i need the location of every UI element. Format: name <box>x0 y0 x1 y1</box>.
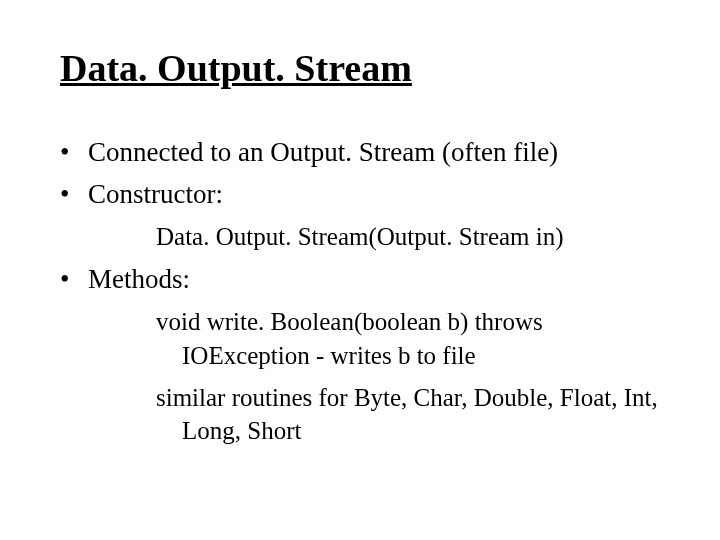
sub-item: similar routines for Byte, Char, Double,… <box>122 381 660 449</box>
bullet-item: Methods: void write. Boolean(boolean b) … <box>88 261 660 448</box>
bullet-list: Connected to an Output. Stream (often fi… <box>60 134 660 448</box>
bullet-text: Constructor: <box>88 179 223 209</box>
bullet-text: Methods: <box>88 264 190 294</box>
bullet-item: Constructor: Data. Output. Stream(Output… <box>88 176 660 254</box>
slide-title: Data. Output. Stream <box>60 46 660 90</box>
bullet-item: Connected to an Output. Stream (often fi… <box>88 134 660 172</box>
sub-item: Data. Output. Stream(Output. Stream in) <box>122 220 660 254</box>
sub-item: void write. Boolean(boolean b) throws IO… <box>122 305 660 373</box>
